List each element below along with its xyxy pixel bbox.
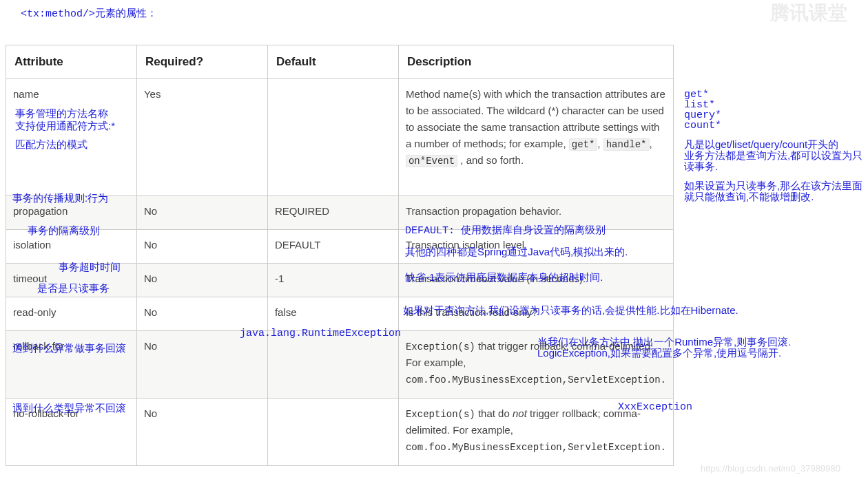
- ann-timeout-label: 事务超时时间: [59, 260, 121, 274]
- side-p2b: 就只能做查询,不能做增删改.: [684, 190, 814, 204]
- ann-name-2: 支持使用通配符方式:*: [15, 119, 115, 133]
- th-required: Required?: [136, 45, 267, 79]
- th-default: Default: [267, 45, 398, 79]
- cell-attr: read-only: [6, 297, 137, 331]
- cell-req: No: [136, 331, 267, 399]
- ann-name-1: 事务管理的方法名称: [15, 107, 108, 120]
- ann-isolation-note2: 其他的四种都是Spring通过Java代码,模拟出来的.: [405, 245, 628, 259]
- ann-isolation-note1: DEFAULT: 使用数据库自身设置的隔离级别: [405, 224, 606, 238]
- table-header-row: Attribute Required? Default Description: [6, 45, 674, 79]
- ann-isolation-label: 事务的隔离级别: [28, 224, 100, 237]
- cell-req: Yes: [136, 79, 267, 196]
- side-list-count: count*: [684, 119, 721, 133]
- ann-readonly-note: 如果对于查询方法,我们设置为只读事务的话,会提供性能.比如在Hibernate.: [403, 304, 738, 317]
- cell-def: [267, 331, 398, 399]
- cell-def: false: [267, 297, 398, 331]
- cell-def: [267, 398, 398, 465]
- code-exceptions: Exception(s): [406, 341, 475, 352]
- ann-rollback-note2: LogicException,如果需要配置多个异常,使用逗号隔开.: [537, 346, 781, 360]
- ann-readonly-label: 是否是只读事务: [37, 282, 110, 295]
- cell-req: No: [136, 264, 267, 297]
- code-get: get*: [569, 138, 598, 151]
- ann-name-3: 匹配方法的模式: [15, 138, 87, 151]
- side-p1c: 读事务.: [684, 160, 718, 173]
- title-tx-method: <tx:method/>元素的属性：: [21, 7, 157, 20]
- code-handle: handle*: [603, 138, 650, 151]
- watermark-url: https://blog.csdn.net/m0_37989980: [701, 463, 840, 474]
- code-example: com.foo.MyBusinessException,ServletExcep…: [406, 442, 666, 453]
- th-attribute: Attribute: [6, 45, 137, 79]
- code-exceptions: Exception(s): [406, 409, 475, 420]
- cell-def: -1: [267, 264, 398, 297]
- cell-def: DEFAULT: [267, 230, 398, 264]
- cell-desc: Method name(s) with which the transactio…: [398, 79, 673, 196]
- cell-def: REQUIRED: [267, 196, 398, 230]
- not-word: not: [513, 407, 527, 419]
- ann-timeout-note: 缺省-1表示使用底层数据库本身的超时时间.: [405, 271, 603, 284]
- ann-propagation-label: 事务的传播规则:行为: [12, 191, 108, 205]
- code-onevent: on*Event: [406, 155, 457, 167]
- ann-rollback-default: java.lang.RuntimeException: [240, 327, 401, 341]
- table-row: name Yes Method name(s) with which the t…: [6, 79, 674, 196]
- ann-norollback-label: 遇到什么类型异常不回滚: [12, 401, 126, 415]
- watermark-logo: 腾讯课堂: [770, 0, 847, 26]
- cell-req: No: [136, 297, 267, 331]
- cell-req: No: [136, 230, 267, 264]
- cell-req: No: [136, 196, 267, 230]
- desc-text-suffix: , and so forth.: [460, 154, 524, 166]
- th-description: Description: [398, 45, 673, 79]
- cell-req: No: [136, 398, 267, 465]
- ann-rollback-label: 遇到什么异常做事务回滚: [12, 341, 126, 355]
- ann-norollback-note: XxxException: [618, 401, 692, 414]
- code-example: com.foo.MyBusinessException,ServletExcep…: [406, 374, 666, 385]
- cell-def: [267, 79, 398, 196]
- desc-text: that do: [478, 407, 513, 419]
